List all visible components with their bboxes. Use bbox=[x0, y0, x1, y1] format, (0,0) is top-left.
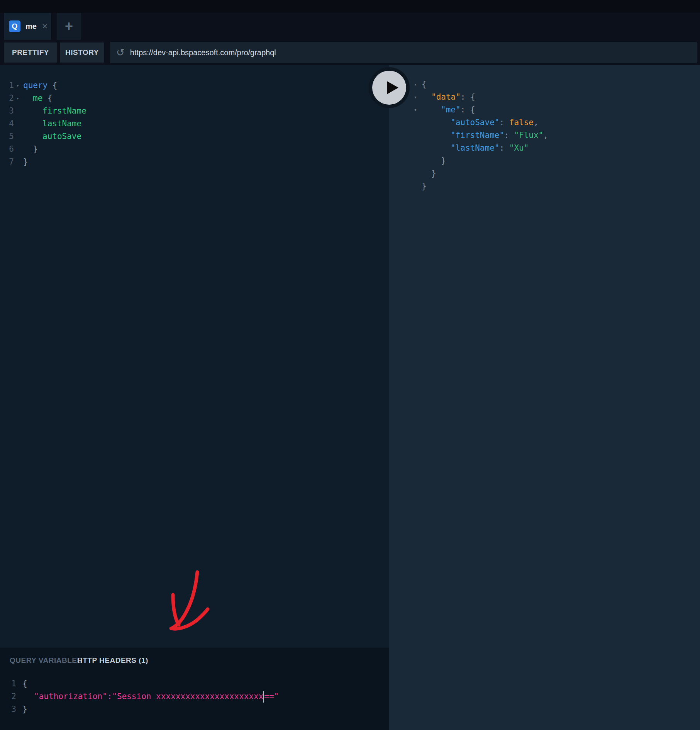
code-text: me { bbox=[33, 92, 53, 105]
query-editor[interactable]: 1▾query {2▾me {3firstName4lastName5autoS… bbox=[0, 65, 389, 648]
fold-arrow-icon[interactable]: ▾ bbox=[16, 92, 19, 105]
line-number: 3 bbox=[8, 703, 16, 716]
code-line: } bbox=[389, 180, 700, 193]
tab-me[interactable]: Q me × bbox=[4, 13, 51, 40]
code-text: } bbox=[23, 156, 28, 168]
code-text: "data": { bbox=[431, 91, 475, 104]
tab-label: me bbox=[25, 22, 37, 31]
collapse-arrow-icon[interactable]: ▾ bbox=[414, 78, 417, 91]
code-line: 7} bbox=[0, 156, 389, 168]
collapse-arrow-icon[interactable]: ▾ bbox=[414, 104, 417, 116]
variables-headers-panel: QUERY VARIABLES HTTP HEADERS (1) 1{2"aut… bbox=[0, 648, 389, 730]
code-line: 2"authorization":"Session xxxxxxxxxxxxxx… bbox=[0, 690, 389, 703]
code-line: "autoSave": false, bbox=[389, 116, 700, 129]
code-text: { bbox=[422, 78, 427, 91]
code-text: "firstName": "Flux", bbox=[451, 129, 548, 142]
endpoint-url: https://dev-api.bspacesoft.com/pro/graph… bbox=[130, 48, 276, 57]
reload-icon[interactable]: ↺ bbox=[116, 48, 125, 58]
code-text: query { bbox=[23, 79, 58, 92]
window-top-strip bbox=[0, 0, 700, 13]
execute-query-button[interactable] bbox=[369, 67, 410, 108]
code-line: 1{ bbox=[0, 677, 389, 690]
endpoint-url-bar[interactable]: ↺ https://dev-api.bspacesoft.com/pro/gra… bbox=[110, 42, 697, 63]
line-number: 1 bbox=[8, 677, 16, 690]
code-line: ▾"me": { bbox=[389, 104, 700, 116]
line-number: 2 bbox=[8, 690, 16, 703]
code-line: 6} bbox=[0, 143, 389, 156]
graphql-playground-window: Q me × + PRETTIFY HISTORY ↺ https://dev-… bbox=[0, 0, 700, 730]
play-icon bbox=[387, 81, 398, 94]
code-line: 3firstName bbox=[0, 105, 389, 117]
code-line: "firstName": "Flux", bbox=[389, 129, 700, 142]
code-line: 4lastName bbox=[0, 117, 389, 130]
fold-arrow-icon[interactable]: ▾ bbox=[16, 79, 19, 92]
code-text: { bbox=[22, 677, 27, 690]
code-text: firstName bbox=[42, 105, 86, 117]
code-line: ▾{ bbox=[389, 78, 700, 91]
code-line: } bbox=[389, 167, 700, 180]
code-line: 2▾me { bbox=[0, 92, 389, 105]
line-number: 6 bbox=[5, 143, 14, 156]
code-line: 5autoSave bbox=[0, 130, 389, 143]
code-text: } bbox=[441, 154, 446, 167]
code-text: autoSave bbox=[42, 130, 81, 143]
line-number: 4 bbox=[5, 117, 14, 130]
history-button[interactable]: HISTORY bbox=[60, 42, 104, 63]
toolbar: PRETTIFY HISTORY ↺ https://dev-api.bspac… bbox=[0, 40, 700, 65]
plus-icon: + bbox=[65, 19, 73, 33]
query-type-badge: Q bbox=[9, 20, 20, 32]
code-text: "me": { bbox=[441, 104, 475, 116]
close-tab-icon[interactable]: × bbox=[42, 22, 47, 31]
line-number: 1 bbox=[5, 79, 14, 92]
collapse-arrow-icon[interactable]: ▾ bbox=[414, 91, 417, 104]
code-line: ▾"data": { bbox=[389, 91, 700, 104]
line-number: 7 bbox=[5, 156, 14, 168]
code-text: lastName bbox=[42, 117, 81, 130]
code-line: } bbox=[389, 154, 700, 167]
code-text: } bbox=[422, 180, 427, 193]
code-text: "lastName": "Xu" bbox=[451, 142, 529, 154]
http-headers-editor[interactable]: 1{2"authorization":"Session xxxxxxxxxxxx… bbox=[0, 648, 389, 730]
play-button-face bbox=[372, 71, 406, 105]
code-text: } bbox=[33, 143, 38, 156]
line-number: 3 bbox=[5, 105, 14, 117]
line-number: 5 bbox=[5, 130, 14, 143]
code-line: "lastName": "Xu" bbox=[389, 142, 700, 154]
code-text: "autoSave": false, bbox=[451, 116, 539, 129]
prettify-button[interactable]: PRETTIFY bbox=[4, 42, 57, 63]
code-line: 1▾query { bbox=[0, 79, 389, 92]
code-text: } bbox=[431, 167, 436, 180]
line-number: 2 bbox=[5, 92, 14, 105]
tab-bar: Q me × + bbox=[0, 13, 700, 40]
code-text: "authorization":"Session xxxxxxxxxxxxxxx… bbox=[34, 690, 279, 703]
new-tab-button[interactable]: + bbox=[57, 13, 81, 40]
code-text: } bbox=[22, 703, 27, 716]
response-viewer: ▾{▾"data": {▾"me": {"autoSave": false,"f… bbox=[389, 65, 700, 730]
code-line: 3} bbox=[0, 703, 389, 716]
